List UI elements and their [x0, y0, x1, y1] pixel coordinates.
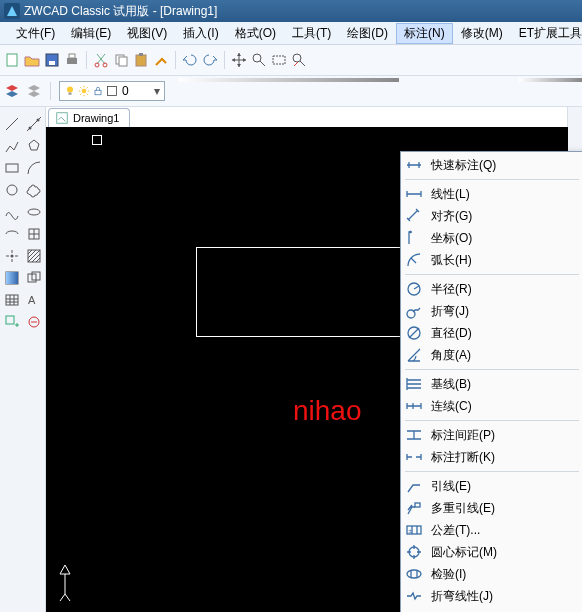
- menu-文件[interactable]: 文件(F): [8, 23, 63, 44]
- drawn-rectangle: [196, 247, 403, 337]
- center-icon: [405, 543, 423, 561]
- menu-item-linear[interactable]: 线性(L): [401, 183, 582, 205]
- document-tabs: Drawing1: [48, 107, 130, 127]
- menu-item-inspect[interactable]: 检验(I): [401, 563, 582, 585]
- layer-manager-icon[interactable]: [4, 83, 20, 99]
- svg-rect-0: [7, 54, 17, 66]
- menu-item-tolerance[interactable]: ±公差(T)...: [401, 519, 582, 541]
- block-tool[interactable]: [25, 225, 43, 243]
- cut-icon[interactable]: [93, 52, 109, 68]
- menu-视图[interactable]: 视图(V): [119, 23, 175, 44]
- lock-icon: [92, 85, 104, 97]
- quick-dim-icon: [405, 156, 423, 174]
- menu-工具[interactable]: 工具(T): [284, 23, 339, 44]
- tolerance-icon: ±: [405, 521, 423, 539]
- grad-tool[interactable]: [3, 269, 21, 287]
- print-icon[interactable]: [64, 52, 80, 68]
- new-icon[interactable]: [4, 52, 20, 68]
- zoom-prev-icon[interactable]: [291, 52, 307, 68]
- menu-item-label: 检验(I): [431, 566, 466, 583]
- region-tool[interactable]: [25, 269, 43, 287]
- menu-item-jogged[interactable]: 折弯(J): [401, 300, 582, 322]
- layer-states-icon[interactable]: [26, 83, 42, 99]
- bulb-on-icon: [64, 85, 76, 97]
- match-icon[interactable]: [153, 52, 169, 68]
- continue-icon: [405, 397, 423, 415]
- menu-item-ordinate[interactable]: 坐标(O): [401, 227, 582, 249]
- polygon-tool[interactable]: [25, 137, 43, 155]
- menu-格式[interactable]: 格式(O): [227, 23, 284, 44]
- menu-item-quick-dim[interactable]: 快速标注(Q): [401, 154, 582, 176]
- aligned-icon: [405, 207, 423, 225]
- layer-name[interactable]: [120, 83, 152, 99]
- menu-编辑[interactable]: 编辑(E): [63, 23, 119, 44]
- open-icon[interactable]: [24, 52, 40, 68]
- ellipse-tool[interactable]: [25, 203, 43, 221]
- menu-item-oblique[interactable]: 倾斜(F): [401, 607, 582, 612]
- decor-gradient: [519, 78, 582, 82]
- spline-tool[interactable]: [3, 203, 21, 221]
- layer-combo[interactable]: ▾: [59, 81, 165, 101]
- copy-icon[interactable]: [113, 52, 129, 68]
- svg-rect-19: [6, 164, 18, 172]
- table-tool[interactable]: [3, 291, 21, 309]
- menu-item-angular[interactable]: 角度(A): [401, 344, 582, 366]
- redo-icon[interactable]: [202, 52, 218, 68]
- svg-rect-10: [139, 53, 143, 56]
- document-tab[interactable]: Drawing1: [48, 108, 130, 127]
- pline-tool[interactable]: [3, 137, 21, 155]
- line-tool[interactable]: [3, 115, 21, 133]
- menu-item-break[interactable]: 标注打断(K): [401, 446, 582, 468]
- zoom-window-icon[interactable]: [271, 52, 287, 68]
- zoom-icon[interactable]: [251, 52, 267, 68]
- menu-item-leader[interactable]: 引线(E): [401, 475, 582, 497]
- menu-item-continue[interactable]: 连续(C): [401, 395, 582, 417]
- menu-绘图[interactable]: 绘图(D): [339, 23, 396, 44]
- circle-tool[interactable]: [3, 181, 21, 199]
- menu-item-jogged2[interactable]: 折弯线性(J): [401, 585, 582, 607]
- svg-point-16: [82, 89, 87, 94]
- menu-item-arc[interactable]: 弧长(H): [401, 249, 582, 271]
- menu-ET扩展工具[interactable]: ET扩展工具(X): [511, 23, 582, 44]
- tool20-tool[interactable]: [25, 313, 43, 331]
- menu-item-baseline[interactable]: 基线(B): [401, 373, 582, 395]
- undo-icon[interactable]: [182, 52, 198, 68]
- pan-icon[interactable]: [231, 52, 247, 68]
- menu-item-mleader[interactable]: 多重引线(E): [401, 497, 582, 519]
- svg-point-21: [11, 255, 14, 258]
- hatch-tool[interactable]: [25, 247, 43, 265]
- menu-插入[interactable]: 插入(I): [175, 23, 226, 44]
- menu-item-label: 角度(A): [431, 347, 471, 364]
- menu-标注[interactable]: 标注(N): [396, 23, 453, 44]
- separator: [175, 51, 176, 69]
- ellarc-tool[interactable]: [3, 225, 21, 243]
- menu-item-aligned[interactable]: 对齐(G): [401, 205, 582, 227]
- svg-rect-39: [415, 503, 420, 507]
- svg-rect-12: [273, 56, 285, 64]
- menu-item-space[interactable]: 标注间距(P): [401, 424, 582, 446]
- paste-icon[interactable]: [133, 52, 149, 68]
- xline-tool[interactable]: [25, 115, 43, 133]
- separator: [50, 82, 51, 100]
- rect-tool[interactable]: [3, 159, 21, 177]
- svg-rect-23: [6, 272, 18, 284]
- menu-item-radius[interactable]: 半径(R): [401, 278, 582, 300]
- point-tool[interactable]: [3, 247, 21, 265]
- toolbar-standard: [0, 45, 582, 76]
- svg-rect-24: [6, 295, 18, 305]
- titlebar: ZWCAD Classic 试用版 - [Drawing1]: [0, 0, 582, 22]
- menu-item-diameter[interactable]: 直径(D): [401, 322, 582, 344]
- menu-item-center[interactable]: 圆心标记(M): [401, 541, 582, 563]
- svg-rect-17: [95, 90, 101, 95]
- chevron-down-icon: ▾: [154, 84, 160, 98]
- addsel-tool[interactable]: [3, 313, 21, 331]
- svg-rect-18: [108, 87, 117, 96]
- arc2-tool[interactable]: [25, 159, 43, 177]
- ordinate-icon: [405, 229, 423, 247]
- menu-修改[interactable]: 修改(M): [453, 23, 511, 44]
- svg-point-27: [37, 119, 40, 122]
- mtext-tool[interactable]: A: [25, 291, 43, 309]
- revcloud-tool[interactable]: [25, 181, 43, 199]
- save-icon[interactable]: [44, 52, 60, 68]
- sun-icon: [78, 85, 90, 97]
